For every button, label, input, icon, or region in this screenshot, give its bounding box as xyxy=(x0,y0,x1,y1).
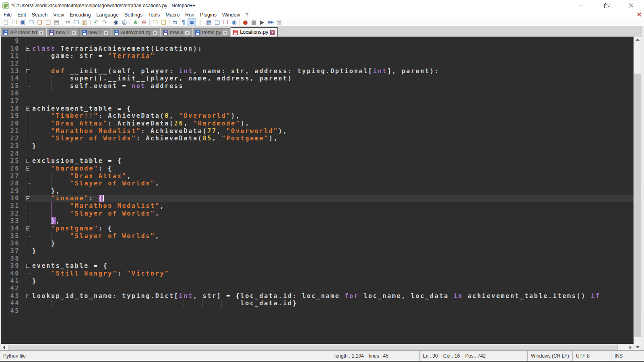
code-line[interactable]: 41} xyxy=(1,278,634,285)
replace-icon[interactable]: ◎ xyxy=(120,19,128,26)
code-line[interactable]: 28 "Slayer of Worlds", xyxy=(1,180,634,187)
tab-ap-ideas-txt[interactable]: AP Ideas.txt× xyxy=(1,28,46,37)
tab-close-icon[interactable]: × xyxy=(39,30,44,35)
code-line[interactable]: 19 "Timber!!": AchieveData(0, "Overworld… xyxy=(1,112,634,120)
vertical-scrollbar[interactable] xyxy=(634,37,642,350)
status-length-lines[interactable]: length : 1,104 lines : 45 xyxy=(331,351,419,361)
paste-icon[interactable]: ▥ xyxy=(80,19,89,26)
code-line[interactable]: 29 }, xyxy=(1,187,634,195)
code-line[interactable]: 11 game: str = "Terraria" xyxy=(1,52,634,60)
menu-settings[interactable]: Settings xyxy=(122,12,145,18)
macro-save-icon[interactable]: ▦ xyxy=(275,19,283,26)
word-wrap-icon[interactable]: ⇆ xyxy=(171,19,179,26)
fold-collapse-button[interactable] xyxy=(26,47,30,51)
fold-collapse-button[interactable] xyxy=(26,159,30,163)
code-editor[interactable]: 910class TerrariaAchievement(Location):1… xyxy=(1,37,634,344)
menu-language[interactable]: Language xyxy=(93,12,122,18)
code-line[interactable]: 37} xyxy=(1,247,634,255)
close-button[interactable] xyxy=(619,0,644,11)
code-line[interactable]: 24 xyxy=(1,150,634,158)
status-cursor-position[interactable]: Ln : 30 Col : 16 Pos : 742 xyxy=(419,351,527,361)
redo-icon[interactable]: ↷ xyxy=(100,19,109,26)
code-line[interactable]: 43lookup_id_to_name: typing.Dict[int, st… xyxy=(1,292,634,300)
restore-button[interactable] xyxy=(594,0,619,11)
code-line[interactable]: 12 xyxy=(1,60,634,68)
macro-play-icon[interactable]: ▶ xyxy=(258,19,266,26)
new-file-icon[interactable]: ❏ xyxy=(2,19,10,26)
status-eol-format[interactable]: Windows (CR LF) xyxy=(527,351,572,361)
code-line[interactable]: 40 "Still Hungry": "Victory" xyxy=(1,270,634,278)
tab-close-icon[interactable]: × xyxy=(270,30,275,35)
fold-collapse-button[interactable] xyxy=(26,294,30,298)
menu-view[interactable]: View xyxy=(50,12,67,18)
code-line[interactable]: 39events_table = { xyxy=(1,262,634,270)
scroll-right-arrow-icon[interactable] xyxy=(630,346,632,350)
code-line[interactable]: 35 "Slayer of Worlds", xyxy=(1,232,634,240)
fold-collapse-button[interactable] xyxy=(26,226,30,230)
horizontal-scroll-thumb[interactable] xyxy=(8,345,618,350)
document-list-icon[interactable]: ❑ xyxy=(213,19,221,26)
menu-window[interactable]: Window xyxy=(219,12,243,18)
tab-locations-py[interactable]: Locations.py× xyxy=(231,27,277,37)
menu-file[interactable]: File xyxy=(1,12,14,18)
code-line[interactable]: 44 loc_data.id} xyxy=(1,300,634,307)
sync-vertical-scroll-icon[interactable]: ❐ xyxy=(151,19,159,26)
menu-run[interactable]: Run xyxy=(182,12,197,18)
fold-collapse-button[interactable] xyxy=(26,69,30,73)
save-all-icon[interactable]: ❐ xyxy=(27,19,35,26)
code-line[interactable]: 30 "insane": { xyxy=(1,195,634,202)
code-line[interactable]: 15 self.event = not address xyxy=(1,82,634,90)
close-icon[interactable]: ❏ xyxy=(35,19,44,26)
show-all-characters-icon[interactable]: ¶ xyxy=(179,19,188,26)
document-map-icon[interactable]: ▦ xyxy=(204,19,213,26)
monitoring-icon[interactable]: ◉ xyxy=(230,19,238,26)
tab-close-icon[interactable]: × xyxy=(153,30,158,35)
tab-new-2[interactable]: new 2× xyxy=(79,28,111,37)
tab-new-1[interactable]: new 1× xyxy=(47,28,78,37)
undo-icon[interactable]: ↶ xyxy=(92,19,100,26)
print-icon[interactable]: ▤ xyxy=(52,19,61,26)
folder-as-workspace-icon[interactable]: ❒ xyxy=(221,19,230,26)
vertical-scroll-thumb[interactable] xyxy=(634,74,641,337)
copy-icon[interactable]: ❐ xyxy=(72,19,80,26)
code-line[interactable]: 21 "Marathon Medalist": AchieveData(77, … xyxy=(1,128,634,135)
status-encoding[interactable]: UTF-8 xyxy=(572,351,611,361)
tab-autoworld-py[interactable]: AutoWorld.py× xyxy=(111,28,160,37)
code-line[interactable]: 14 super().__init__(player, name, addres… xyxy=(1,75,634,82)
code-line[interactable]: 27 "Drax Attax", xyxy=(1,173,634,180)
minimize-button[interactable] xyxy=(569,0,594,11)
code-line[interactable]: 38 xyxy=(1,255,634,263)
tab-close-icon[interactable]: × xyxy=(71,30,76,35)
status-insert-mode[interactable]: INS xyxy=(611,351,644,361)
code-line[interactable]: 20 "Drax Attax": AchieveData(26, "Hardmo… xyxy=(1,120,634,128)
open-file-icon[interactable]: ❒ xyxy=(10,19,19,26)
tab-close-icon[interactable]: × xyxy=(223,30,228,35)
code-line[interactable]: 23} xyxy=(1,142,634,150)
code-line[interactable]: 32 "Slayer of Worlds", xyxy=(1,210,634,218)
zoom-in-icon[interactable]: ⊕ xyxy=(131,19,140,26)
code-line[interactable]: 45 xyxy=(1,307,634,315)
code-line[interactable]: 9 xyxy=(1,37,634,45)
code-line[interactable]: 42 xyxy=(1,285,634,292)
code-line[interactable]: 25exclusion_table = { xyxy=(1,157,634,165)
code-line[interactable]: 22 "Slayer of Worlds": AchieveData(85, "… xyxy=(1,135,634,142)
zoom-out-icon[interactable]: ⊖ xyxy=(140,19,148,26)
cut-icon[interactable]: ✂ xyxy=(64,19,72,26)
fold-collapse-button[interactable] xyxy=(26,107,30,111)
find-icon[interactable]: ◉ xyxy=(111,19,120,26)
save-icon[interactable]: ▣ xyxy=(19,19,27,26)
code-line[interactable]: 34 "postgame": { xyxy=(1,225,634,232)
horizontal-scrollbar[interactable] xyxy=(1,344,634,350)
code-line[interactable]: 33 }, xyxy=(1,217,634,225)
tab-items-py[interactable]: Items.py× xyxy=(193,28,230,37)
macro-record-icon[interactable]: ● xyxy=(241,19,250,26)
fold-collapse-button[interactable] xyxy=(26,196,30,200)
show-indent-guide-icon[interactable]: ≡ xyxy=(188,19,196,26)
code-line[interactable]: 36 } xyxy=(1,240,634,247)
menu-help[interactable]: ? xyxy=(243,12,252,18)
macro-stop-icon[interactable]: ■ xyxy=(250,19,258,26)
close-document-icon[interactable] xyxy=(637,12,642,17)
scroll-left-arrow-icon[interactable] xyxy=(3,346,5,350)
close-all-icon[interactable]: ❑ xyxy=(44,19,52,26)
tab-close-icon[interactable]: × xyxy=(185,30,190,35)
